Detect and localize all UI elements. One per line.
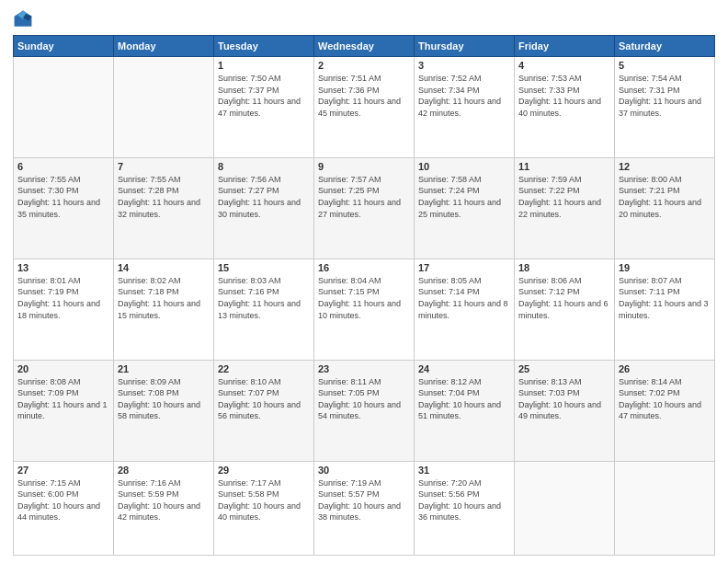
calendar-cell (615, 461, 715, 555)
calendar-cell: 7Sunrise: 7:55 AM Sunset: 7:28 PM Daylig… (114, 157, 214, 259)
calendar-cell: 28Sunrise: 7:16 AM Sunset: 5:59 PM Dayli… (114, 461, 214, 555)
day-number: 17 (418, 262, 510, 273)
calendar-cell: 10Sunrise: 7:58 AM Sunset: 7:24 PM Dayli… (415, 157, 515, 259)
day-number: 7 (118, 161, 210, 172)
calendar-cell: 21Sunrise: 8:09 AM Sunset: 7:08 PM Dayli… (114, 360, 214, 461)
day-number: 21 (118, 363, 210, 374)
calendar-cell: 4Sunrise: 7:53 AM Sunset: 7:33 PM Daylig… (515, 57, 615, 158)
day-number: 29 (218, 465, 310, 476)
day-number: 20 (17, 363, 109, 374)
day-number: 12 (619, 161, 711, 172)
day-number: 22 (218, 363, 310, 374)
day-number: 6 (17, 161, 109, 172)
calendar-row-4: 20Sunrise: 8:08 AM Sunset: 7:09 PM Dayli… (14, 360, 715, 461)
weekday-header-row: SundayMondayTuesdayWednesdayThursdayFrid… (14, 36, 715, 57)
calendar-cell: 1Sunrise: 7:50 AM Sunset: 7:37 PM Daylig… (214, 57, 314, 158)
day-number: 1 (218, 60, 310, 71)
day-number: 27 (17, 465, 109, 476)
day-number: 30 (318, 465, 410, 476)
logo-icon (13, 9, 33, 29)
calendar-cell: 25Sunrise: 8:13 AM Sunset: 7:03 PM Dayli… (515, 360, 615, 461)
calendar-cell: 19Sunrise: 8:07 AM Sunset: 7:11 PM Dayli… (615, 259, 715, 360)
calendar-cell: 3Sunrise: 7:52 AM Sunset: 7:34 PM Daylig… (415, 57, 515, 158)
day-number: 16 (318, 262, 410, 273)
day-info: Sunrise: 8:14 AM Sunset: 7:02 PM Dayligh… (619, 376, 711, 422)
header (13, 9, 715, 29)
weekday-header-thursday: Thursday (415, 36, 515, 57)
day-info: Sunrise: 7:50 AM Sunset: 7:37 PM Dayligh… (218, 73, 310, 119)
day-number: 4 (518, 60, 610, 71)
calendar-cell: 31Sunrise: 7:20 AM Sunset: 5:56 PM Dayli… (415, 461, 515, 555)
day-number: 19 (619, 262, 711, 273)
calendar-cell: 23Sunrise: 8:11 AM Sunset: 7:05 PM Dayli… (314, 360, 415, 461)
day-info: Sunrise: 8:09 AM Sunset: 7:08 PM Dayligh… (118, 376, 210, 422)
logo (13, 9, 35, 29)
day-info: Sunrise: 7:52 AM Sunset: 7:34 PM Dayligh… (418, 73, 510, 119)
day-info: Sunrise: 7:58 AM Sunset: 7:24 PM Dayligh… (418, 174, 510, 220)
weekday-header-saturday: Saturday (615, 36, 715, 57)
day-info: Sunrise: 7:51 AM Sunset: 7:36 PM Dayligh… (318, 73, 410, 119)
day-number: 24 (418, 363, 510, 374)
calendar-cell: 24Sunrise: 8:12 AM Sunset: 7:04 PM Dayli… (415, 360, 515, 461)
page: SundayMondayTuesdayWednesdayThursdayFrid… (0, 0, 728, 563)
day-number: 31 (418, 465, 510, 476)
day-number: 26 (619, 363, 711, 374)
calendar-cell: 11Sunrise: 7:59 AM Sunset: 7:22 PM Dayli… (515, 157, 615, 259)
day-info: Sunrise: 8:00 AM Sunset: 7:21 PM Dayligh… (619, 174, 711, 220)
day-number: 13 (17, 262, 109, 273)
day-info: Sunrise: 7:17 AM Sunset: 5:58 PM Dayligh… (218, 477, 310, 523)
day-info: Sunrise: 7:54 AM Sunset: 7:31 PM Dayligh… (619, 73, 711, 119)
day-info: Sunrise: 7:20 AM Sunset: 5:56 PM Dayligh… (418, 477, 510, 523)
day-number: 18 (518, 262, 610, 273)
calendar-row-1: 1Sunrise: 7:50 AM Sunset: 7:37 PM Daylig… (14, 57, 715, 158)
day-info: Sunrise: 8:13 AM Sunset: 7:03 PM Dayligh… (518, 376, 610, 422)
day-number: 2 (318, 60, 410, 71)
day-info: Sunrise: 7:57 AM Sunset: 7:25 PM Dayligh… (318, 174, 410, 220)
weekday-header-monday: Monday (114, 36, 214, 57)
calendar-cell: 8Sunrise: 7:56 AM Sunset: 7:27 PM Daylig… (214, 157, 314, 259)
day-number: 9 (318, 161, 410, 172)
weekday-header-wednesday: Wednesday (314, 36, 415, 57)
calendar-cell (515, 461, 615, 555)
day-info: Sunrise: 8:11 AM Sunset: 7:05 PM Dayligh… (318, 376, 410, 422)
calendar-cell: 30Sunrise: 7:19 AM Sunset: 5:57 PM Dayli… (314, 461, 415, 555)
day-info: Sunrise: 8:05 AM Sunset: 7:14 PM Dayligh… (418, 275, 510, 321)
day-number: 5 (619, 60, 711, 71)
day-info: Sunrise: 8:10 AM Sunset: 7:07 PM Dayligh… (218, 376, 310, 422)
calendar-cell: 16Sunrise: 8:04 AM Sunset: 7:15 PM Dayli… (314, 259, 415, 360)
day-number: 3 (418, 60, 510, 71)
day-number: 15 (218, 262, 310, 273)
day-info: Sunrise: 8:02 AM Sunset: 7:18 PM Dayligh… (118, 275, 210, 321)
calendar-cell (114, 57, 214, 158)
calendar-cell: 15Sunrise: 8:03 AM Sunset: 7:16 PM Dayli… (214, 259, 314, 360)
calendar-cell (14, 57, 114, 158)
day-info: Sunrise: 8:03 AM Sunset: 7:16 PM Dayligh… (218, 275, 310, 321)
calendar-row-3: 13Sunrise: 8:01 AM Sunset: 7:19 PM Dayli… (14, 259, 715, 360)
calendar-cell: 29Sunrise: 7:17 AM Sunset: 5:58 PM Dayli… (214, 461, 314, 555)
day-info: Sunrise: 8:08 AM Sunset: 7:09 PM Dayligh… (17, 376, 109, 422)
calendar-cell: 27Sunrise: 7:15 AM Sunset: 6:00 PM Dayli… (14, 461, 114, 555)
weekday-header-tuesday: Tuesday (214, 36, 314, 57)
day-number: 8 (218, 161, 310, 172)
day-info: Sunrise: 7:53 AM Sunset: 7:33 PM Dayligh… (518, 73, 610, 119)
day-number: 10 (418, 161, 510, 172)
day-info: Sunrise: 7:59 AM Sunset: 7:22 PM Dayligh… (518, 174, 610, 220)
calendar-cell: 9Sunrise: 7:57 AM Sunset: 7:25 PM Daylig… (314, 157, 415, 259)
day-info: Sunrise: 7:19 AM Sunset: 5:57 PM Dayligh… (318, 477, 410, 523)
calendar-cell: 14Sunrise: 8:02 AM Sunset: 7:18 PM Dayli… (114, 259, 214, 360)
day-info: Sunrise: 8:07 AM Sunset: 7:11 PM Dayligh… (619, 275, 711, 321)
day-info: Sunrise: 7:15 AM Sunset: 6:00 PM Dayligh… (17, 477, 109, 523)
day-info: Sunrise: 8:04 AM Sunset: 7:15 PM Dayligh… (318, 275, 410, 321)
calendar-cell: 12Sunrise: 8:00 AM Sunset: 7:21 PM Dayli… (615, 157, 715, 259)
calendar-table: SundayMondayTuesdayWednesdayThursdayFrid… (13, 35, 715, 556)
day-info: Sunrise: 7:55 AM Sunset: 7:28 PM Dayligh… (118, 174, 210, 220)
calendar-cell: 5Sunrise: 7:54 AM Sunset: 7:31 PM Daylig… (615, 57, 715, 158)
calendar-row-2: 6Sunrise: 7:55 AM Sunset: 7:30 PM Daylig… (14, 157, 715, 259)
calendar-cell: 13Sunrise: 8:01 AM Sunset: 7:19 PM Dayli… (14, 259, 114, 360)
day-number: 25 (518, 363, 610, 374)
day-info: Sunrise: 8:01 AM Sunset: 7:19 PM Dayligh… (17, 275, 109, 321)
calendar-cell: 17Sunrise: 8:05 AM Sunset: 7:14 PM Dayli… (415, 259, 515, 360)
day-info: Sunrise: 7:56 AM Sunset: 7:27 PM Dayligh… (218, 174, 310, 220)
weekday-header-sunday: Sunday (14, 36, 114, 57)
day-info: Sunrise: 8:12 AM Sunset: 7:04 PM Dayligh… (418, 376, 510, 422)
